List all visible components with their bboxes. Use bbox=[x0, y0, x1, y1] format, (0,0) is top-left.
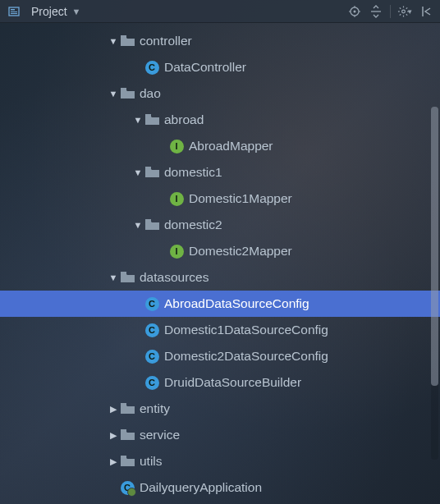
tree-node-label: controller bbox=[140, 34, 192, 48]
tree-row[interactable]: ▼datasources bbox=[0, 264, 440, 291]
project-pane-icon bbox=[7, 4, 21, 19]
class-icon: C bbox=[144, 375, 159, 390]
folder-icon bbox=[144, 112, 159, 127]
tree-node-label: Domestic2Mapper bbox=[189, 244, 292, 259]
tree-node-label: datasources bbox=[140, 270, 209, 285]
tree-row[interactable]: ▼domestic2 bbox=[0, 212, 440, 238]
svg-rect-27 bbox=[121, 403, 126, 405]
tree-node-label: service bbox=[140, 428, 180, 442]
svg-line-17 bbox=[406, 14, 407, 15]
tree-row[interactable]: ▶utils bbox=[0, 448, 440, 474]
tree-node-label: AbroadMapper bbox=[189, 139, 273, 153]
svg-point-11 bbox=[402, 10, 406, 13]
expand-expand-icon[interactable]: ▶ bbox=[107, 430, 120, 441]
folder-icon bbox=[120, 401, 135, 416]
tree-row[interactable]: ▶IAbroadMapper bbox=[0, 133, 440, 159]
tree-row[interactable]: ▶CDailyqueryApplication bbox=[0, 474, 440, 501]
svg-rect-22 bbox=[121, 88, 126, 90]
expand-collapse-icon[interactable]: ▼ bbox=[107, 273, 120, 282]
tree-node-label: DataController bbox=[164, 60, 246, 75]
tree-row[interactable]: ▶CDataController bbox=[0, 54, 440, 80]
hide-icon[interactable] bbox=[419, 4, 433, 19]
tree-row[interactable]: ▶IDomestic2Mapper bbox=[0, 238, 440, 264]
tree-node-label: domestic1 bbox=[164, 165, 222, 180]
tree-row[interactable]: ▶CDomestic1DataSourceConfig bbox=[0, 317, 440, 343]
tree-node-label: Domestic1DataSourceConfig bbox=[164, 323, 328, 337]
svg-rect-1 bbox=[11, 9, 15, 11]
tree-node-label: Domestic1Mapper bbox=[189, 191, 292, 206]
svg-rect-24 bbox=[145, 167, 151, 169]
tree-node-label: utils bbox=[140, 454, 163, 469]
chevron-down-icon: ▼ bbox=[72, 7, 81, 16]
scrollbar-thumb[interactable] bbox=[431, 107, 438, 386]
tree-row[interactable]: ▶entity bbox=[0, 396, 440, 422]
tree-row[interactable]: ▼controller bbox=[0, 28, 440, 54]
tree-row[interactable]: ▶CDruidDataSourceBuilder bbox=[0, 369, 440, 396]
tree-row[interactable]: ▶CDomestic2DataSourceConfig bbox=[0, 343, 440, 369]
interface-icon: I bbox=[169, 191, 184, 206]
class-icon: C bbox=[144, 349, 159, 364]
svg-rect-25 bbox=[145, 219, 151, 222]
tool-window-header: Project ▼ ▾ bbox=[0, 0, 440, 23]
tree-node-label: abroad bbox=[164, 112, 204, 127]
svg-rect-2 bbox=[11, 11, 17, 12]
svg-rect-28 bbox=[121, 429, 126, 432]
expand-collapse-icon[interactable]: ▼ bbox=[131, 115, 144, 125]
interface-icon: I bbox=[169, 244, 184, 259]
project-view-selector[interactable]: Project ▼ bbox=[7, 4, 80, 19]
project-view-label: Project bbox=[31, 5, 67, 18]
svg-line-16 bbox=[400, 7, 401, 8]
expand-collapse-icon[interactable]: ▼ bbox=[107, 89, 120, 99]
tree-node-label: DailyqueryApplication bbox=[140, 480, 262, 495]
toolbar-actions: ▾ bbox=[347, 4, 433, 19]
project-tree[interactable]: ▼controller▶CDataController▼dao▼abroad▶I… bbox=[0, 23, 440, 501]
folder-icon bbox=[144, 218, 159, 232]
svg-rect-26 bbox=[121, 272, 126, 274]
tree-row[interactable]: ▶CAbroadDataSourceConfig bbox=[0, 291, 440, 317]
folder-icon bbox=[120, 270, 135, 285]
tree-row[interactable]: ▶service bbox=[0, 422, 440, 448]
tree-node-label: Domestic2DataSourceConfig bbox=[164, 349, 328, 364]
locate-icon[interactable] bbox=[347, 4, 362, 19]
tree-row[interactable]: ▼abroad bbox=[0, 107, 440, 133]
svg-rect-21 bbox=[121, 35, 126, 38]
folder-icon bbox=[120, 86, 135, 101]
tree-node-label: AbroadDataSourceConfig bbox=[164, 296, 309, 311]
tree-node-label: dao bbox=[140, 86, 161, 101]
tree-row[interactable]: ▼domestic1 bbox=[0, 159, 440, 186]
class-icon: C bbox=[144, 323, 159, 337]
tree-node-label: domestic2 bbox=[164, 218, 222, 232]
app-class-icon: C bbox=[120, 480, 135, 495]
scrollbar[interactable] bbox=[431, 107, 438, 460]
svg-rect-23 bbox=[145, 114, 151, 117]
expand-collapse-icon[interactable]: ▼ bbox=[131, 167, 144, 177]
interface-icon: I bbox=[169, 139, 184, 153]
folder-icon bbox=[120, 454, 135, 469]
expand-expand-icon[interactable]: ▶ bbox=[107, 404, 120, 415]
svg-line-18 bbox=[400, 14, 401, 15]
svg-rect-29 bbox=[121, 456, 126, 458]
svg-line-19 bbox=[406, 7, 407, 8]
expand-expand-icon[interactable]: ▶ bbox=[107, 456, 120, 467]
tree-node-label: DruidDataSourceBuilder bbox=[164, 375, 301, 390]
settings-icon[interactable]: ▾ bbox=[397, 4, 412, 19]
folder-icon bbox=[120, 34, 135, 48]
expand-collapse-icon[interactable]: ▼ bbox=[107, 36, 120, 46]
expand-collapse-icon[interactable]: ▼ bbox=[131, 220, 144, 230]
folder-icon bbox=[144, 165, 159, 180]
svg-rect-3 bbox=[11, 13, 17, 14]
tree-node-label: entity bbox=[140, 401, 170, 416]
collapse-all-icon[interactable] bbox=[369, 4, 383, 19]
class-icon: C bbox=[144, 296, 159, 311]
tree-row[interactable]: ▶IDomestic1Mapper bbox=[0, 186, 440, 212]
class-icon: C bbox=[144, 60, 159, 75]
tree-row[interactable]: ▼dao bbox=[0, 80, 440, 107]
svg-point-5 bbox=[354, 10, 356, 12]
separator bbox=[390, 5, 391, 18]
folder-icon bbox=[120, 428, 135, 442]
